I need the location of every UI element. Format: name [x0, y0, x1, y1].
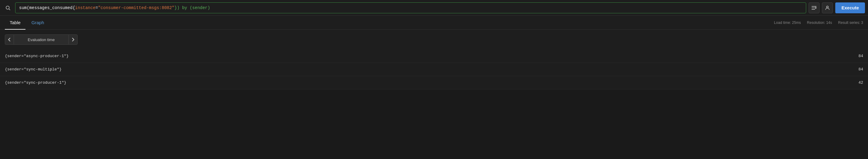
- format-button[interactable]: [809, 2, 819, 13]
- query-eq: =: [95, 5, 98, 10]
- table-row: {sender="async-producer-1"} 84: [0, 49, 868, 63]
- row-value-2: 42: [858, 80, 863, 85]
- load-time-stat: Load time: 25ms: [774, 21, 801, 25]
- row-label-1: {sender="sync-multiple"}: [5, 67, 62, 72]
- query-instance-key: instance: [75, 5, 95, 10]
- query-instance-value: "consumer-committed-msgs:8082": [98, 5, 174, 10]
- tabs-stats: Load time: 25ms Resolution: 14s Result s…: [774, 21, 863, 25]
- user-icon-button[interactable]: [822, 2, 833, 13]
- table-row: {sender="sync-producer-1"} 42: [0, 76, 868, 89]
- tabs-bar: Table Graph Load time: 25ms Resolution: …: [0, 16, 868, 30]
- row-value-1: 84: [858, 67, 863, 72]
- query-input[interactable]: sum(messages_consumed{instance="consumer…: [15, 2, 806, 13]
- table-row: {sender="sync-multiple"} 84: [0, 63, 868, 76]
- row-value-0: 84: [858, 54, 863, 58]
- search-icon: [3, 3, 13, 13]
- svg-line-1: [9, 9, 10, 10]
- resolution-stat: Resolution: 14s: [807, 21, 832, 25]
- query-prefix: sum(messages_consumed{: [19, 5, 75, 10]
- data-table: {sender="async-producer-1"} 84 {sender="…: [0, 49, 868, 89]
- svg-point-5: [827, 6, 828, 8]
- evaluation-row: Evaluation time: [0, 30, 868, 49]
- evaluation-time-label: Evaluation time: [14, 35, 68, 45]
- row-label-2: {sender="sync-producer-1"}: [5, 80, 66, 85]
- top-bar: sum(messages_consumed{instance="consumer…: [0, 0, 868, 16]
- eval-prev-button[interactable]: [5, 35, 14, 45]
- result-series-stat: Result series: 3: [838, 21, 863, 25]
- eval-next-button[interactable]: [68, 35, 78, 45]
- execute-button[interactable]: Execute: [835, 2, 865, 13]
- tabs-left: Table Graph: [5, 16, 49, 29]
- tab-table[interactable]: Table: [5, 16, 26, 30]
- row-label-0: {sender="async-producer-1"}: [5, 54, 69, 58]
- query-suffix: }) by (sender): [175, 5, 210, 10]
- tab-graph[interactable]: Graph: [27, 16, 49, 30]
